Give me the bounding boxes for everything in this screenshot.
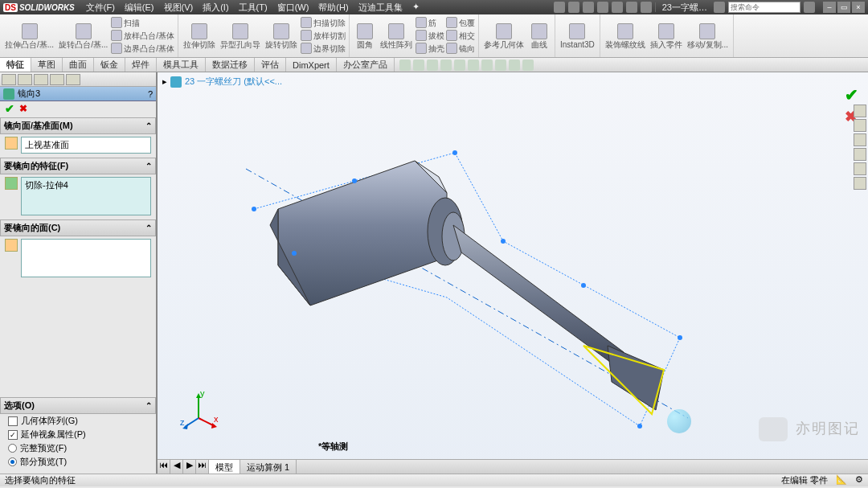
save-icon[interactable] bbox=[583, 2, 594, 13]
thread-button[interactable]: 装饰螺纹线 bbox=[604, 16, 647, 55]
rebuild-icon[interactable] bbox=[626, 2, 637, 13]
boundary-cut-button[interactable]: 边界切除 bbox=[301, 42, 346, 55]
draft-button[interactable]: 拔模 bbox=[416, 29, 444, 42]
menu-tools[interactable]: 工具(T) bbox=[234, 0, 272, 15]
revolve-boss-button[interactable]: 旋转凸台/基... bbox=[57, 16, 109, 55]
option-partial-preview[interactable]: 部分预览(T) bbox=[0, 455, 156, 469]
mirror-plane-input[interactable]: 上视基准面 bbox=[21, 137, 151, 154]
tab-office[interactable]: 办公室产品 bbox=[337, 58, 395, 72]
print-icon[interactable] bbox=[597, 2, 608, 13]
sweep-cut-button[interactable]: 扫描切除 bbox=[301, 16, 346, 29]
pm-tab-featuretree[interactable] bbox=[2, 74, 16, 85]
menu-insert[interactable]: 插入(I) bbox=[198, 0, 233, 15]
tree-expand-icon[interactable]: ▸ bbox=[162, 76, 167, 87]
confirm-ok-button[interactable]: ✔ bbox=[845, 85, 858, 105]
status-units-icon[interactable]: 📐 bbox=[836, 474, 847, 486]
tab-dimxpert[interactable]: DimXpert bbox=[286, 58, 337, 72]
menu-edit[interactable]: 编辑(E) bbox=[120, 0, 159, 15]
cancel-button[interactable]: ✖ bbox=[19, 103, 27, 114]
undo-icon[interactable] bbox=[612, 2, 623, 13]
section-view-icon[interactable] bbox=[440, 59, 452, 71]
taskpane-custom-icon[interactable] bbox=[854, 177, 866, 190]
linear-pattern-button[interactable]: 线性阵列 bbox=[379, 16, 414, 55]
appearance-icon[interactable] bbox=[495, 59, 506, 71]
search-input[interactable] bbox=[728, 2, 800, 13]
rib-button[interactable]: 筋 bbox=[416, 16, 444, 29]
graphics-viewport[interactable]: ▸ 23 一字螺丝刀 (默认<<... ✔ ✖ bbox=[158, 72, 868, 474]
minimize-button[interactable]: – bbox=[823, 2, 836, 13]
tab-motion-study[interactable]: 运动算例 1 bbox=[240, 460, 297, 474]
option-full-preview[interactable]: 完整预览(F) bbox=[0, 441, 156, 455]
tab-datamig[interactable]: 数据迁移 bbox=[206, 58, 255, 72]
cut-revolve-button[interactable]: 旋转切除 bbox=[264, 16, 299, 55]
menu-help[interactable]: 帮助(H) bbox=[313, 0, 353, 15]
taskpane-explorer-icon[interactable] bbox=[854, 133, 866, 146]
section-options[interactable]: 选项(O) ⌃ bbox=[0, 397, 156, 414]
features-input[interactable]: 切除-拉伸4 bbox=[21, 177, 151, 215]
tab-nav-next[interactable]: ▶ bbox=[183, 460, 196, 474]
hole-wizard-button[interactable]: 异型孔向导 bbox=[219, 16, 262, 55]
pm-tab-dim[interactable] bbox=[50, 74, 64, 85]
loft-button[interactable]: 放样凸台/基体 bbox=[111, 29, 174, 42]
boundary-button[interactable]: 边界凸台/基体 bbox=[111, 42, 174, 55]
close-button[interactable]: × bbox=[852, 2, 865, 13]
tab-model[interactable]: 模型 bbox=[209, 460, 240, 474]
status-custom-icon[interactable]: ⚙ bbox=[855, 474, 863, 486]
option-geom-pattern[interactable]: 几何体阵列(G) bbox=[0, 414, 156, 428]
zoom-fit-icon[interactable] bbox=[399, 59, 411, 71]
view-orient-icon[interactable] bbox=[454, 59, 465, 71]
tab-surface[interactable]: 曲面 bbox=[63, 58, 94, 72]
cut-extrude-button[interactable]: 拉伸切除 bbox=[182, 16, 217, 55]
open-icon[interactable] bbox=[568, 2, 579, 13]
tab-nav-last[interactable]: ⏭ bbox=[196, 460, 209, 474]
menu-maidi[interactable]: 迈迪工具集 bbox=[354, 0, 407, 15]
tab-sheetmetal[interactable]: 钣金 bbox=[94, 58, 125, 72]
view-settings-icon[interactable] bbox=[522, 59, 534, 71]
faces-input[interactable] bbox=[21, 239, 151, 277]
flyout-tree[interactable]: ▸ 23 一字螺丝刀 (默认<<... bbox=[162, 76, 282, 88]
tab-evaluate[interactable]: 评估 bbox=[255, 58, 286, 72]
intersect-button[interactable]: 相交 bbox=[446, 29, 475, 42]
new-icon[interactable] bbox=[554, 2, 565, 13]
wrap-button[interactable]: 包覆 bbox=[446, 16, 475, 29]
display-style-icon[interactable] bbox=[468, 59, 479, 71]
taskpane-home-icon[interactable] bbox=[854, 105, 866, 117]
ok-button[interactable]: ✔ bbox=[5, 102, 14, 115]
scene-icon[interactable] bbox=[509, 59, 520, 71]
section-mirror-plane[interactable]: 镜向面/基准面(M) ⌃ bbox=[0, 117, 156, 134]
pm-tab-config[interactable] bbox=[34, 74, 48, 85]
pm-tab-display[interactable] bbox=[66, 74, 80, 85]
tab-weldment[interactable]: 焊件 bbox=[125, 58, 157, 72]
taskpane-lib-icon[interactable] bbox=[854, 119, 866, 132]
menu-view[interactable]: 视图(V) bbox=[159, 0, 199, 15]
menu-window[interactable]: 窗口(W) bbox=[272, 0, 314, 15]
option-propagate-visual[interactable]: 延伸视象属性(P) bbox=[0, 428, 156, 441]
sweep-button[interactable]: 扫描 bbox=[111, 16, 174, 29]
loft-cut-button[interactable]: 放样切割 bbox=[301, 29, 346, 42]
instant3d-button[interactable]: Instant3D bbox=[559, 16, 596, 55]
restore-button[interactable]: ▭ bbox=[837, 2, 850, 13]
curves-button[interactable]: 曲线 bbox=[527, 16, 551, 55]
shell-button[interactable]: 抽壳 bbox=[416, 42, 444, 55]
section-features[interactable]: 要镜向的特征(F) ⌃ bbox=[0, 158, 156, 174]
prev-view-icon[interactable] bbox=[427, 59, 438, 71]
insert-part-button[interactable]: 插入零件 bbox=[649, 16, 684, 55]
taskpane-appearance-icon[interactable] bbox=[854, 162, 866, 175]
tab-sketch[interactable]: 草图 bbox=[31, 58, 63, 72]
hide-show-icon[interactable] bbox=[481, 59, 493, 71]
ref-geom-button[interactable]: 参考几何体 bbox=[482, 16, 526, 55]
tab-feature[interactable]: 特征 bbox=[0, 58, 31, 72]
menu-file[interactable]: 文件(F) bbox=[81, 0, 120, 15]
tab-mold[interactable]: 模具工具 bbox=[157, 58, 206, 72]
extrude-boss-button[interactable]: 拉伸凸台/基... bbox=[3, 16, 55, 55]
tab-nav-prev[interactable]: ◀ bbox=[170, 460, 183, 474]
help-icon[interactable] bbox=[804, 2, 815, 13]
options-icon[interactable] bbox=[641, 2, 652, 13]
zoom-area-icon[interactable] bbox=[413, 59, 424, 71]
fillet-button[interactable]: 圆角 bbox=[353, 16, 377, 55]
taskpane-view-icon[interactable] bbox=[854, 148, 866, 161]
tab-nav-first[interactable]: ⏮ bbox=[158, 460, 170, 474]
mirror-button[interactable]: 镜向 bbox=[446, 42, 475, 55]
move-copy-button[interactable]: 移动/复制... bbox=[686, 16, 730, 55]
pm-help-icon[interactable]: ? bbox=[148, 89, 153, 99]
